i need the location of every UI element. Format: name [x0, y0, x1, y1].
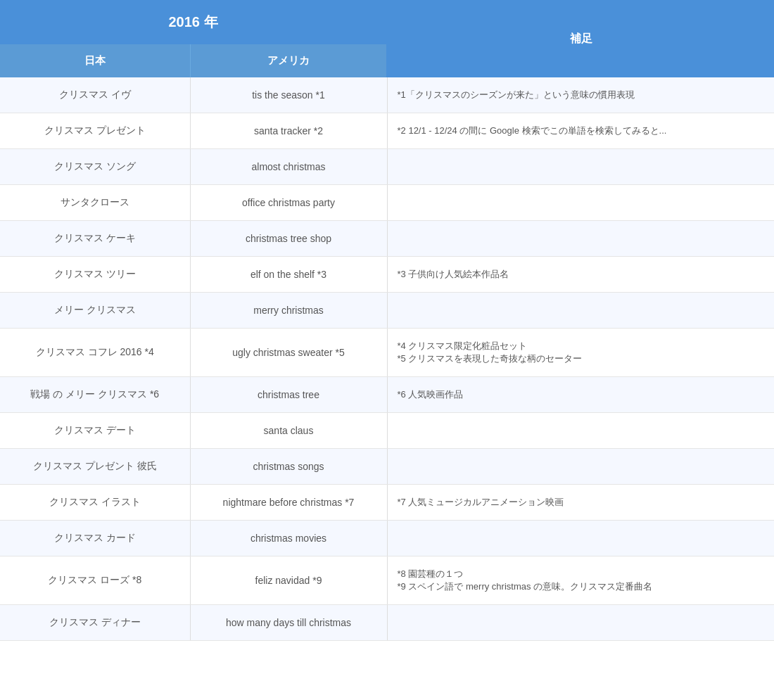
year-header: 2016 年 — [0, 0, 387, 44]
supplement-cell: *4 クリスマス限定化粧品セット*5 クリスマスを表現した奇抜な柄のセーター — [387, 329, 774, 377]
supplement-header: 補足 — [387, 0, 774, 77]
america-cell: santa tracker *2 — [190, 113, 387, 149]
america-cell: office christmas party — [190, 185, 387, 221]
table-row: クリスマス プレゼント 彼氏christmas songs — [0, 449, 774, 485]
supplement-cell — [387, 521, 774, 556]
supplement-cell — [387, 449, 774, 485]
supplement-cell: *8 園芸種の１つ*9 スペイン語で merry christmas の意味。ク… — [387, 556, 774, 605]
japan-cell: クリスマス コフレ 2016 *4 — [0, 329, 190, 377]
table-row: クリスマス プレゼントsanta tracker *2*2 12/1 - 12/… — [0, 113, 774, 149]
table-row: 戦場 の メリー クリスマス *6christmas tree*6 人気映画作品 — [0, 377, 774, 413]
america-cell: feliz navidad *9 — [190, 556, 387, 605]
supplement-cell — [387, 185, 774, 221]
japan-cell: クリスマス ツリー — [0, 257, 190, 293]
table-row: クリスマス イヴtis the season *1*1「クリスマスのシーズンが来… — [0, 77, 774, 113]
america-cell: christmas tree shop — [190, 221, 387, 257]
america-cell: how many days till christmas — [190, 605, 387, 641]
japan-cell: クリスマス カード — [0, 521, 190, 556]
japan-cell: クリスマス イラスト — [0, 485, 190, 521]
table-row: サンタクロースoffice christmas party — [0, 185, 774, 221]
table-row: クリスマス ローズ *8feliz navidad *9*8 園芸種の１つ*9 … — [0, 556, 774, 605]
table-row: クリスマス イラストnightmare before christmas *7*… — [0, 485, 774, 521]
japan-cell: サンタクロース — [0, 185, 190, 221]
america-cell: elf on the shelf *3 — [190, 257, 387, 293]
table-row: クリスマス ソングalmost christmas — [0, 149, 774, 185]
table-row: メリー クリスマスmerry christmas — [0, 293, 774, 329]
america-cell: santa claus — [190, 413, 387, 449]
japan-header: 日本 — [0, 44, 190, 77]
japan-cell: クリスマス イヴ — [0, 77, 190, 113]
supplement-cell: *3 子供向け人気絵本作品名 — [387, 257, 774, 293]
japan-cell: メリー クリスマス — [0, 293, 190, 329]
japan-cell: クリスマス ローズ *8 — [0, 556, 190, 605]
table-row: クリスマス ディナーhow many days till christmas — [0, 605, 774, 641]
america-header: アメリカ — [190, 44, 387, 77]
supplement-cell — [387, 605, 774, 641]
supplement-cell: *2 12/1 - 12/24 の間に Google 検索でこの単語を検索してみ… — [387, 113, 774, 149]
japan-cell: クリスマス プレゼント — [0, 113, 190, 149]
supplement-cell — [387, 149, 774, 185]
america-cell: christmas tree — [190, 377, 387, 413]
america-cell: ugly christmas sweater *5 — [190, 329, 387, 377]
japan-cell: 戦場 の メリー クリスマス *6 — [0, 377, 190, 413]
table-row: クリスマス デートsanta claus — [0, 413, 774, 449]
main-table: 2016 年 補足 日本 アメリカ クリスマス イヴtis the season… — [0, 0, 774, 641]
america-cell: nightmare before christmas *7 — [190, 485, 387, 521]
america-cell: merry christmas — [190, 293, 387, 329]
supplement-cell: *6 人気映画作品 — [387, 377, 774, 413]
japan-cell: クリスマス ディナー — [0, 605, 190, 641]
table-row: クリスマス コフレ 2016 *4ugly christmas sweater … — [0, 329, 774, 377]
supplement-cell: *7 人気ミュージカルアニメーション映画 — [387, 485, 774, 521]
america-cell: almost christmas — [190, 149, 387, 185]
america-cell: tis the season *1 — [190, 77, 387, 113]
japan-cell: クリスマス ソング — [0, 149, 190, 185]
america-cell: christmas movies — [190, 521, 387, 556]
america-cell: christmas songs — [190, 449, 387, 485]
table-row: クリスマス ツリーelf on the shelf *3*3 子供向け人気絵本作… — [0, 257, 774, 293]
japan-cell: クリスマス プレゼント 彼氏 — [0, 449, 190, 485]
table-row: クリスマス カードchristmas movies — [0, 521, 774, 556]
table-row: クリスマス ケーキchristmas tree shop — [0, 221, 774, 257]
japan-cell: クリスマス ケーキ — [0, 221, 190, 257]
supplement-cell — [387, 293, 774, 329]
japan-cell: クリスマス デート — [0, 413, 190, 449]
supplement-cell — [387, 413, 774, 449]
supplement-cell: *1「クリスマスのシーズンが来た」という意味の慣用表現 — [387, 77, 774, 113]
supplement-cell — [387, 221, 774, 257]
